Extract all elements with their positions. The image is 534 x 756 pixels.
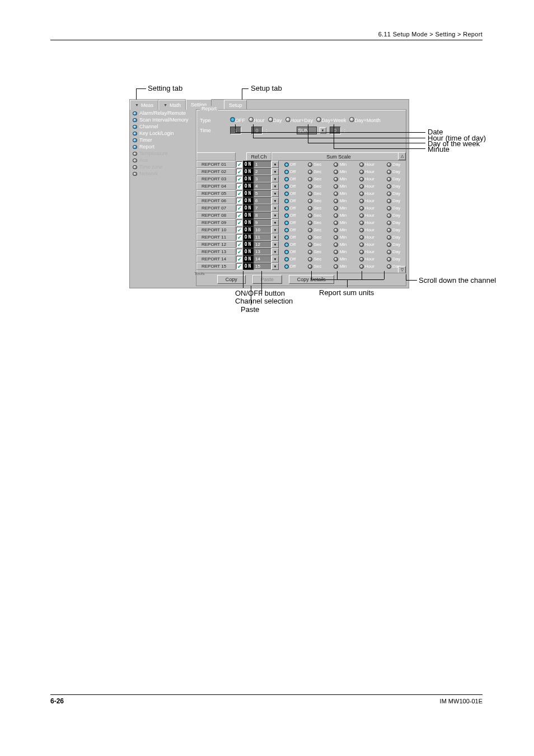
sidebar-item-network[interactable]: Network bbox=[131, 170, 195, 177]
chevron-down-icon[interactable]: ▼ bbox=[271, 219, 279, 226]
sum-radio-off[interactable] bbox=[284, 250, 289, 254]
sum-radio-hour[interactable] bbox=[359, 213, 364, 218]
sum-radio-min[interactable] bbox=[334, 170, 338, 174]
sum-radio-day[interactable] bbox=[387, 228, 391, 232]
type-radio-hour-day[interactable] bbox=[285, 117, 291, 122]
on-off-button[interactable]: ON bbox=[243, 241, 254, 248]
on-off-button[interactable]: ON bbox=[243, 204, 254, 212]
row-checkbox[interactable]: ✔ bbox=[236, 190, 242, 197]
sum-radio-sec[interactable] bbox=[308, 228, 312, 232]
sum-radio-off[interactable] bbox=[284, 184, 289, 189]
sum-radio-hour[interactable] bbox=[359, 221, 364, 225]
on-off-button[interactable]: ON bbox=[243, 263, 254, 270]
sum-radio-day[interactable] bbox=[387, 199, 391, 203]
sum-radio-min[interactable] bbox=[334, 228, 338, 232]
row-checkbox[interactable]: ✔ bbox=[236, 220, 242, 226]
chevron-down-icon[interactable]: ▼ bbox=[271, 234, 279, 241]
refch-input[interactable]: 12 bbox=[254, 241, 271, 248]
sum-radio-hour[interactable] bbox=[359, 199, 364, 203]
row-checkbox[interactable]: ✔ bbox=[236, 169, 242, 175]
refch-input[interactable]: 6 bbox=[254, 197, 271, 204]
row-checkbox[interactable]: ✔ bbox=[236, 212, 242, 218]
on-off-button[interactable]: ON bbox=[243, 255, 254, 263]
sum-radio-sec[interactable] bbox=[308, 170, 312, 174]
sum-radio-min[interactable] bbox=[334, 192, 338, 196]
sum-radio-min[interactable] bbox=[334, 257, 338, 262]
row-checkbox[interactable]: ✔ bbox=[236, 234, 242, 240]
sidebar-item-channel[interactable]: Channel bbox=[131, 123, 195, 130]
on-off-button[interactable]: ON bbox=[243, 234, 254, 241]
sum-radio-min[interactable] bbox=[334, 264, 338, 269]
on-off-button[interactable]: ON bbox=[243, 183, 254, 190]
sum-radio-off[interactable] bbox=[284, 162, 289, 167]
on-off-button[interactable]: ON bbox=[243, 197, 254, 204]
type-radio-day-week[interactable] bbox=[316, 117, 321, 122]
on-off-button[interactable]: ON bbox=[243, 226, 254, 234]
refch-input[interactable]: 9 bbox=[254, 219, 271, 226]
sum-radio-day[interactable] bbox=[387, 235, 391, 240]
sum-radio-day[interactable] bbox=[387, 242, 391, 247]
row-checkbox[interactable]: ✔ bbox=[236, 205, 242, 211]
sum-radio-sec[interactable] bbox=[308, 206, 312, 211]
sum-radio-day[interactable] bbox=[387, 184, 391, 189]
sum-radio-hour[interactable] bbox=[359, 257, 364, 262]
refch-input[interactable]: 15 bbox=[254, 263, 271, 270]
sum-radio-day[interactable] bbox=[387, 250, 391, 254]
chevron-down-icon[interactable]: ▼ bbox=[271, 212, 279, 219]
sum-radio-sec[interactable] bbox=[308, 213, 312, 218]
on-off-button[interactable]: ON bbox=[243, 219, 254, 226]
refch-input[interactable]: 1 bbox=[254, 161, 271, 168]
on-off-button[interactable]: ON bbox=[243, 168, 254, 175]
sum-radio-hour[interactable] bbox=[359, 170, 364, 174]
sum-radio-off[interactable] bbox=[284, 213, 289, 218]
on-off-button[interactable]: ON bbox=[243, 161, 254, 168]
sidebar-item-aux[interactable]: Aux bbox=[131, 157, 195, 164]
type-radio-day[interactable] bbox=[268, 117, 273, 122]
scroll-up-button[interactable]: △ bbox=[398, 152, 406, 160]
on-off-button[interactable]: ON bbox=[243, 175, 254, 183]
refch-input[interactable]: 8 bbox=[254, 212, 271, 219]
sum-radio-sec[interactable] bbox=[308, 177, 312, 181]
chevron-down-icon[interactable]: ▼ bbox=[271, 197, 279, 204]
refch-input[interactable]: 3 bbox=[254, 175, 271, 183]
sum-radio-off[interactable] bbox=[284, 235, 289, 240]
sum-radio-min[interactable] bbox=[334, 184, 338, 189]
sum-radio-hour[interactable] bbox=[359, 228, 364, 232]
sum-radio-hour[interactable] bbox=[359, 206, 364, 211]
sum-radio-off[interactable] bbox=[284, 257, 289, 262]
sum-radio-off[interactable] bbox=[284, 192, 289, 196]
sum-radio-min[interactable] bbox=[334, 242, 338, 247]
sum-radio-day[interactable] bbox=[387, 162, 391, 167]
sidebar-item-timer[interactable]: Timer bbox=[131, 137, 195, 143]
refch-input[interactable]: 5 bbox=[254, 190, 271, 197]
sum-radio-hour[interactable] bbox=[359, 177, 364, 181]
sum-radio-day[interactable] bbox=[387, 257, 391, 262]
sum-radio-sec[interactable] bbox=[308, 221, 312, 225]
sum-radio-off[interactable] bbox=[284, 199, 289, 203]
sum-radio-min[interactable] bbox=[334, 177, 338, 181]
sum-radio-day[interactable] bbox=[387, 264, 391, 269]
type-radio-off[interactable] bbox=[230, 117, 235, 122]
sum-radio-hour[interactable] bbox=[359, 192, 364, 196]
refch-input[interactable]: 4 bbox=[254, 183, 271, 190]
row-checkbox[interactable]: ✔ bbox=[236, 227, 242, 233]
sum-radio-sec[interactable] bbox=[308, 199, 312, 203]
sidebar-item-report[interactable]: Report bbox=[131, 143, 195, 150]
sum-radio-hour[interactable] bbox=[359, 250, 364, 254]
sum-radio-sec[interactable] bbox=[308, 192, 312, 196]
sum-radio-day[interactable] bbox=[387, 221, 391, 225]
sum-radio-off[interactable] bbox=[284, 242, 289, 247]
sum-radio-day[interactable] bbox=[387, 192, 391, 196]
row-checkbox[interactable]: ✔ bbox=[236, 241, 242, 248]
sum-radio-min[interactable] bbox=[334, 235, 338, 240]
refch-input[interactable]: 10 bbox=[254, 226, 271, 234]
sum-radio-hour[interactable] bbox=[359, 264, 364, 269]
refch-input[interactable]: 2 bbox=[254, 168, 271, 175]
sum-radio-off[interactable] bbox=[284, 206, 289, 211]
sum-radio-min[interactable] bbox=[334, 206, 338, 211]
min-input[interactable]: 0 bbox=[330, 127, 341, 134]
sum-radio-min[interactable] bbox=[334, 250, 338, 254]
sum-radio-day[interactable] bbox=[387, 177, 391, 181]
refch-input[interactable]: 7 bbox=[254, 204, 271, 212]
sidebar-item-key-lock-login[interactable]: Key Lock/Login bbox=[131, 130, 195, 137]
